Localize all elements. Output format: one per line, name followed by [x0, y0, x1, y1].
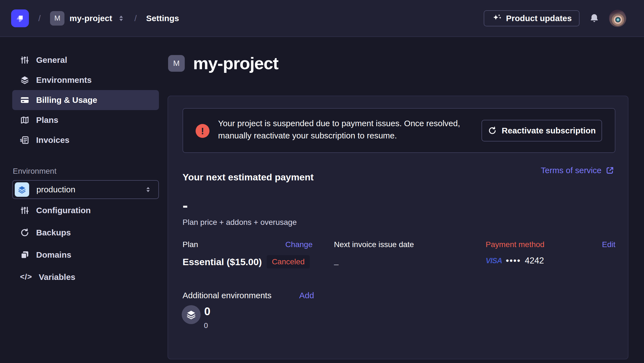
- plan-label: Plan: [183, 240, 198, 249]
- card-masked-dots: ••••: [506, 256, 521, 265]
- payment-method-value: VISA •••• 4242: [486, 256, 615, 266]
- project-title-row: M my-project: [168, 53, 278, 73]
- breadcrumb-settings[interactable]: Settings: [146, 14, 179, 23]
- sidebar-item-label: General: [36, 55, 67, 65]
- next-payment-amount: -: [183, 197, 188, 213]
- strapi-logo-icon: [14, 13, 26, 24]
- external-link-icon: [605, 166, 614, 175]
- sidebar-item-label: Environments: [36, 75, 92, 85]
- payment-method-column: Payment method Edit VISA •••• 4242: [486, 240, 615, 266]
- additional-environments-label: Additional environments: [183, 291, 299, 300]
- code-icon: </>: [20, 272, 32, 282]
- suspended-alert: ! Your project is suspended due to payme…: [183, 108, 615, 153]
- payment-formula-caption: Plan price + addons + overusage: [183, 218, 297, 227]
- card-last4: 4242: [525, 256, 544, 266]
- app-root: / M my-project / Settings Product update…: [0, 0, 644, 363]
- reactivate-subscription-button[interactable]: Reactivate subscription: [481, 120, 602, 141]
- environment-select-icon-wrap: [15, 182, 29, 197]
- sidebar-item-general[interactable]: General: [12, 50, 159, 70]
- environments-count: 0: [204, 305, 210, 318]
- sidebar-item-environments[interactable]: Environments: [12, 70, 159, 90]
- chevron-updown-icon: [117, 14, 125, 22]
- select-chevrons: [144, 186, 152, 193]
- exclamation-circle-icon: !: [196, 124, 209, 138]
- sidebar-item-label: Backups: [36, 228, 71, 237]
- sidebar-item-domains[interactable]: Domains: [12, 245, 159, 265]
- additional-environments-row: Additional environments Add: [183, 291, 314, 300]
- sidebar-item-label: Variables: [39, 272, 75, 282]
- reactivate-subscription-label: Reactivate subscription: [502, 126, 596, 135]
- sliders-icon: [20, 206, 29, 215]
- edit-payment-method-link[interactable]: Edit: [602, 240, 615, 249]
- visa-brand-mark: VISA: [486, 257, 502, 265]
- plan-column: Plan Change Essential ($15.00) Canceled: [183, 240, 313, 268]
- plan-value: Essential ($15.00): [183, 257, 262, 267]
- add-environment-link[interactable]: Add: [299, 291, 314, 300]
- environment-section-label: Environment: [13, 167, 56, 176]
- sidebar-item-invoices[interactable]: $ Invoices: [12, 130, 159, 150]
- alert-message-line2: manually reactivate your subscription to…: [218, 130, 460, 142]
- sidebar-item-plans[interactable]: Plans: [12, 110, 159, 130]
- project-switcher-chevrons[interactable]: [117, 14, 125, 22]
- rotate-icon: [20, 228, 29, 237]
- header-actions: Product updates: [484, 10, 626, 27]
- environment-select-value: production: [36, 185, 75, 194]
- product-updates-button[interactable]: Product updates: [484, 10, 580, 26]
- breadcrumb-separator: /: [38, 14, 41, 23]
- breadcrumb-separator: /: [134, 14, 137, 23]
- next-invoice-label: Next invoice issue date: [334, 240, 414, 249]
- sidebar-item-label: Plans: [36, 115, 58, 125]
- chevron-updown-icon: [144, 186, 152, 193]
- bell-icon: [589, 13, 600, 24]
- sidebar-item-variables[interactable]: </> Variables: [12, 267, 159, 287]
- next-payment-heading: Your next estimated payment: [183, 172, 314, 183]
- project-initial-badge: M: [168, 55, 185, 72]
- next-invoice-column: Next invoice issue date –: [334, 240, 451, 269]
- invoice-icon: $: [20, 135, 29, 145]
- payment-method-label: Payment method: [486, 240, 545, 249]
- rotate-icon: [488, 126, 497, 135]
- svg-text:$: $: [20, 138, 22, 143]
- strapi-logo[interactable]: [11, 9, 29, 27]
- layers-icon: [20, 75, 29, 85]
- canceled-status-badge: Canceled: [267, 255, 309, 268]
- change-plan-link[interactable]: Change: [285, 240, 313, 249]
- sidebar-item-backups[interactable]: Backups: [12, 223, 159, 243]
- project-initial-badge: M: [50, 11, 64, 26]
- layers-icon: [18, 185, 26, 194]
- alert-message-line1: Your project is suspended due to payment…: [218, 117, 460, 130]
- map-icon: [20, 115, 29, 125]
- sidebar-item-label: Configuration: [36, 206, 91, 215]
- notifications-bell-button[interactable]: [589, 13, 600, 24]
- environment-select[interactable]: production: [12, 180, 159, 199]
- next-invoice-value: –: [334, 260, 451, 269]
- sidebar-item-billing-usage[interactable]: Billing & Usage: [12, 90, 159, 110]
- windows-stack-icon: [20, 250, 29, 260]
- user-avatar[interactable]: [609, 10, 626, 27]
- sidebar-item-label: Billing & Usage: [36, 95, 97, 105]
- sparkles-icon: [491, 13, 501, 23]
- breadcrumb-project[interactable]: my-project: [69, 14, 112, 23]
- alert-message: Your project is suspended due to payment…: [218, 117, 460, 142]
- sidebar-item-label: Domains: [36, 250, 71, 260]
- top-navbar: / M my-project / Settings Product update…: [0, 0, 644, 37]
- sidebar-item-configuration[interactable]: Configuration: [12, 200, 159, 220]
- sidebar-item-label: Invoices: [36, 135, 69, 145]
- page-title: my-project: [193, 53, 278, 73]
- terms-of-service-label: Terms of service: [541, 166, 601, 175]
- terms-of-service-link[interactable]: Terms of service: [541, 166, 614, 175]
- billing-card: ! Your project is suspended due to payme…: [168, 96, 628, 359]
- sliders-icon: [20, 55, 29, 65]
- environments-subcount: 0: [204, 321, 208, 330]
- product-updates-label: Product updates: [506, 14, 572, 23]
- credit-card-icon: [20, 95, 29, 105]
- environments-stat-badge: [182, 305, 201, 324]
- layers-icon: [186, 309, 196, 320]
